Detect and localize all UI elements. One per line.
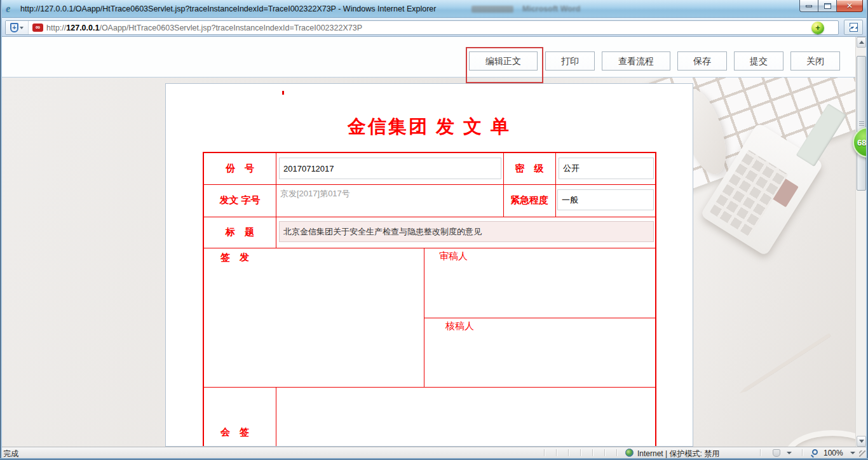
status-separator — [760, 449, 761, 456]
ie-window: e http://127.0.0.1/OAapp/HtTrace0603Serv… — [0, 0, 868, 460]
zoom-magnifier-icon[interactable] — [812, 449, 818, 455]
label-title: 标 题 — [204, 217, 276, 248]
label-sign-issue: 签 发 — [220, 252, 249, 264]
label-doc-number: 发文 字号 — [204, 184, 276, 217]
status-bar: 完成 Internet | 保护模式: 禁用 100% — [0, 447, 868, 458]
scroll-up-button[interactable] — [857, 37, 866, 48]
minimize-icon — [806, 5, 812, 7]
maximize-button[interactable] — [818, 0, 837, 12]
red-cursor-mark — [282, 91, 284, 95]
label-reviewer: 审稿人 — [439, 250, 468, 262]
copy-number-input[interactable] — [279, 158, 501, 179]
chevron-down-icon[interactable] — [787, 452, 792, 454]
label-copy-number: 份 号 — [204, 153, 276, 184]
url-text: http://127.0.0.1/OAapp/HtTrace0603Servle… — [46, 24, 362, 32]
smartscreen-icon[interactable] — [773, 449, 780, 457]
window-frame-left — [0, 0, 2, 460]
maximize-icon — [824, 3, 831, 9]
dispatch-form-table: 份 号 密 级 发文 字号 紧急程度 标 题 签 发 审稿人 核稿人 会 签 京… — [203, 152, 656, 447]
status-separator — [802, 449, 803, 456]
address-field[interactable]: + ∞ http://127.0.0.1/OAapp/HtTrace0603Se… — [5, 20, 839, 35]
broken-page-icon — [850, 23, 858, 32]
zoom-level[interactable]: 100% — [824, 449, 843, 457]
ghost-word-title: Microsoft Word — [522, 4, 580, 13]
status-separator — [604, 449, 605, 456]
document-title: 金信集团 发 文 单 — [166, 114, 693, 140]
close-page-button[interactable]: 关闭 — [790, 51, 840, 71]
page-toolbar: 上传附件 编辑正文 打印 查看流程 保存 提交 关闭 — [0, 37, 855, 78]
ghost-text-block — [471, 6, 513, 13]
background-window-ghost: Microsoft Word — [471, 4, 580, 13]
label-urgency: 紧急程度 — [503, 184, 555, 217]
save-button[interactable]: 保存 — [677, 51, 727, 71]
status-separator — [592, 449, 593, 456]
scrollbar-grip-icon — [859, 121, 864, 126]
scrollbar-thumb[interactable] — [857, 56, 866, 191]
photo-pen — [738, 333, 831, 395]
ie-logo-icon: e — [6, 3, 17, 14]
title-bar: e http://127.0.0.1/OAapp/HtTrace0603Serv… — [0, 0, 868, 18]
table-line — [276, 153, 276, 248]
window-controls: ✕ — [799, 0, 863, 12]
table-line — [204, 248, 655, 248]
view-workflow-button[interactable]: 查看流程 — [602, 51, 670, 71]
status-separator — [568, 449, 569, 456]
label-checker: 核稿人 — [445, 320, 474, 332]
chevron-down-icon[interactable] — [850, 452, 855, 454]
label-countersign: 会 签 — [220, 426, 249, 438]
status-separator — [616, 449, 617, 456]
photo-dish — [785, 430, 855, 447]
shield-button[interactable]: + — [6, 21, 29, 34]
address-bar: + ∞ http://127.0.0.1/OAapp/HtTrace0603Se… — [0, 18, 868, 37]
doc-number-value: 京发[2017]第017号 — [280, 188, 350, 200]
plugin-orb-icon[interactable]: + — [811, 22, 824, 34]
vertical-scrollbar[interactable] — [855, 37, 866, 447]
urgency-input[interactable] — [557, 189, 654, 210]
title-input[interactable] — [279, 221, 654, 242]
internet-zone-icon — [625, 449, 634, 457]
scroll-down-button[interactable] — [857, 436, 866, 447]
arrow-down-icon — [859, 440, 864, 443]
print-button[interactable]: 打印 — [545, 51, 595, 71]
document-viewport: 金信集团 发 文 单 份 号 密 级 发文 字号 紧急程度 标 题 签 — [0, 78, 855, 447]
shield-plus-icon: + — [10, 23, 18, 32]
table-line — [204, 387, 655, 388]
status-separator — [544, 449, 545, 456]
arrow-up-icon — [859, 41, 864, 44]
table-line — [555, 153, 556, 217]
label-secrecy-level: 密 级 — [503, 153, 555, 184]
chevron-down-icon — [20, 27, 24, 29]
compatibility-view-button[interactable] — [844, 20, 863, 35]
status-separator — [580, 449, 581, 456]
resize-grip[interactable] — [859, 450, 865, 457]
status-separator — [556, 449, 557, 456]
table-line — [424, 318, 655, 318]
close-button[interactable]: ✕ — [837, 0, 863, 12]
table-line — [276, 387, 276, 447]
site-favicon: ∞ — [32, 24, 43, 32]
annotation-highlight-box — [466, 47, 543, 83]
secrecy-level-input[interactable] — [559, 158, 654, 179]
document-page: 金信集团 发 文 单 份 号 密 级 发文 字号 紧急程度 标 题 签 — [165, 83, 693, 447]
minimize-button[interactable] — [799, 0, 818, 12]
submit-button[interactable]: 提交 — [734, 51, 783, 71]
close-icon: ✕ — [846, 2, 853, 10]
window-title: http://127.0.0.1/OAapp/HtTrace0603Servle… — [20, 4, 436, 13]
